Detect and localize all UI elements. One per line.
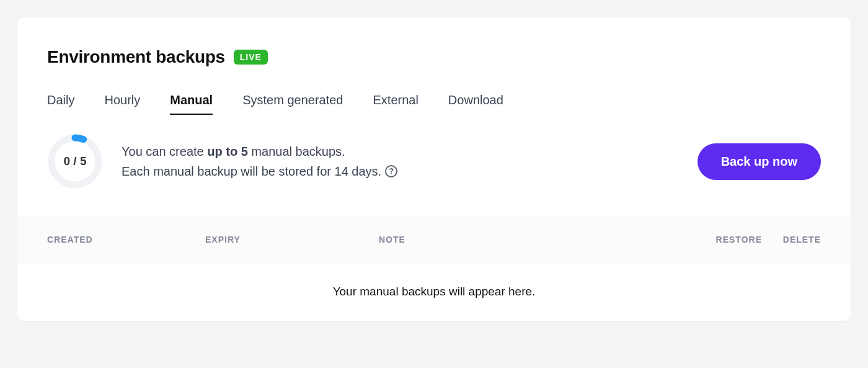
- empty-state: Your manual backups will appear here.: [17, 263, 851, 321]
- table-header: CREATED EXPIRY NOTE RESTORE DELETE: [17, 217, 851, 263]
- column-expiry: EXPIRY: [205, 235, 379, 245]
- info-section: 0 / 5 You can create up to 5 manual back…: [17, 133, 851, 217]
- info-line-2: Each manual backup will be stored for 14…: [122, 161, 397, 181]
- card-header: Environment backups LIVE Daily Hourly Ma…: [17, 17, 851, 115]
- info-left: 0 / 5 You can create up to 5 manual back…: [47, 133, 397, 189]
- tab-manual[interactable]: Manual: [170, 93, 213, 115]
- column-delete: DELETE: [762, 235, 821, 245]
- page-title: Environment backups: [47, 47, 225, 67]
- backup-now-button[interactable]: Back up now: [698, 143, 821, 180]
- column-restore: RESTORE: [663, 235, 762, 245]
- info-line-1: You can create up to 5 manual backups.: [122, 141, 397, 161]
- tab-system-generated[interactable]: System generated: [242, 93, 343, 115]
- help-icon[interactable]: ?: [385, 165, 397, 177]
- tab-hourly[interactable]: Hourly: [104, 93, 140, 115]
- usage-gauge: 0 / 5: [47, 133, 103, 189]
- info-text: You can create up to 5 manual backups. E…: [122, 141, 397, 181]
- tab-daily[interactable]: Daily: [47, 93, 74, 115]
- backups-card: Environment backups LIVE Daily Hourly Ma…: [17, 17, 851, 321]
- live-badge: LIVE: [234, 50, 268, 65]
- title-row: Environment backups LIVE: [47, 47, 821, 67]
- tabs: Daily Hourly Manual System generated Ext…: [47, 93, 821, 115]
- tab-download[interactable]: Download: [448, 93, 503, 115]
- column-created: CREATED: [47, 235, 205, 245]
- column-note: NOTE: [379, 235, 663, 245]
- tab-external[interactable]: External: [373, 93, 418, 115]
- gauge-label: 0 / 5: [64, 155, 87, 168]
